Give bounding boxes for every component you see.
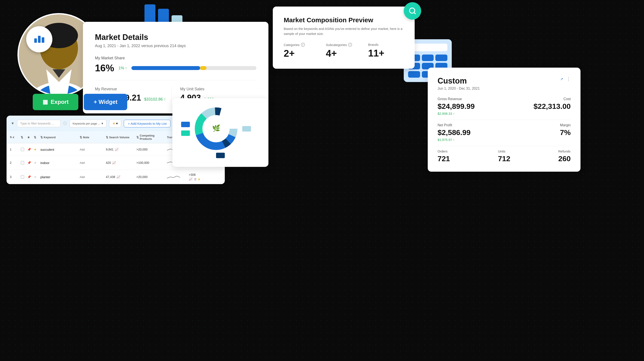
logo-bar-2 xyxy=(38,36,40,43)
sort-note-icon: ⇅ xyxy=(80,136,82,139)
row3-chart-icon: 📈 xyxy=(116,175,120,179)
custom-title: Custom xyxy=(438,76,467,85)
row1-volume: 9,841 📈 xyxy=(106,148,136,151)
table-row: 3 📌 ★ planter Add 47,438 📈 >20,000 >306 … xyxy=(6,170,225,184)
refunds-metric: Refunds 260 xyxy=(558,149,571,163)
subcategories-label: Subcategories i xyxy=(326,43,362,47)
gross-change-arrow: ↑ xyxy=(453,112,455,115)
logo-bar-3 xyxy=(42,37,44,43)
revenue-arrow: ↑ xyxy=(164,97,166,101)
per-page-label: Keywords per page ... xyxy=(73,122,100,125)
keywords-filter-input[interactable]: Type to filter keywords ... xyxy=(17,120,61,127)
row3-checkbox[interactable] xyxy=(21,175,27,179)
market-share-row: 16% 1% ↑ xyxy=(95,63,256,73)
units-label: Units xyxy=(498,149,510,153)
row2-note[interactable]: Add xyxy=(80,161,106,164)
net-profit-values-row: $2,586.99 7% xyxy=(438,128,571,137)
more-options-icon[interactable]: ⋮ xyxy=(566,76,571,82)
progress-fill-yellow xyxy=(200,66,206,70)
progress-fill-blue xyxy=(132,66,200,70)
filter-funnel-icon: ▼ xyxy=(11,121,14,125)
sort-competing-icon: ⇅ xyxy=(136,136,139,139)
filter-input-text: Type to filter keywords ... xyxy=(20,122,54,125)
dropdown-chevron-icon: ▾ xyxy=(102,121,103,125)
gross-revenue-row: Gross Revenue Cost xyxy=(438,97,571,101)
gross-revenue-values-row: $24,899.99 $22,313.00 xyxy=(438,102,571,111)
legend-light-blue xyxy=(242,126,251,131)
row3-num: 3 xyxy=(10,175,21,179)
search-icon xyxy=(408,7,416,15)
subcategories-value: 4+ xyxy=(326,48,362,59)
custom-card: Custom ↗ ⋮ Jun 1, 2020 - Dec 31, 2021 Gr… xyxy=(428,68,580,172)
row1-note[interactable]: Add xyxy=(80,148,106,151)
row2-pin[interactable]: 📌 xyxy=(27,161,34,164)
row1-volume-value: 9,841 xyxy=(106,148,114,151)
custom-actions: ↗ ⋮ xyxy=(560,76,571,82)
col-star[interactable]: ★ xyxy=(27,134,34,140)
row2-star[interactable]: ★ xyxy=(34,161,40,164)
widget-button[interactable]: + Widget xyxy=(84,94,127,110)
row1-pin[interactable]: 📌 xyxy=(27,148,34,151)
col-num-label: # xyxy=(13,136,14,139)
net-profit-value: $2,586.99 xyxy=(438,128,470,137)
row3-rank: >306 📈 🗑 a xyxy=(189,173,219,181)
row3-star[interactable]: ★ xyxy=(34,175,40,179)
logo-bar-1 xyxy=(34,38,37,43)
row2-checkbox[interactable] xyxy=(21,161,27,164)
row3-trend xyxy=(167,174,189,180)
sort-keyword-icon: ⇅ xyxy=(40,136,43,139)
row2-competing: >100,000 xyxy=(136,161,167,164)
market-details-title: Market Details xyxy=(95,33,256,42)
note-col-label: Note xyxy=(83,136,89,139)
row1-num: 1 xyxy=(10,148,21,151)
orders-label: Orders xyxy=(438,149,450,153)
row3-amazon-icon[interactable]: a xyxy=(198,177,200,181)
gross-revenue-label: Gross Revenue xyxy=(438,97,462,101)
col-keyword[interactable]: ⇅ Keyword xyxy=(40,134,80,140)
col-search-volume[interactable]: ⇅ Search Volume xyxy=(106,134,136,140)
add-keywords-button[interactable]: + Add Keywords to My List xyxy=(124,120,171,127)
cost-label: Cost xyxy=(564,97,571,101)
external-link-icon[interactable]: ↗ xyxy=(560,77,563,81)
left-legend xyxy=(181,122,190,136)
net-change-arrow: ↑ xyxy=(453,138,455,142)
row3-note[interactable]: Add xyxy=(80,175,106,179)
calc-btn-2[interactable] xyxy=(422,54,434,61)
row2-volume: 420 📈 xyxy=(106,161,136,164)
export-button[interactable]: ▦ Export xyxy=(33,94,78,110)
action-buttons-group: ▦ Export + Widget xyxy=(33,94,127,110)
widget-label: + Widget xyxy=(94,99,118,105)
row2-chart-icon: 📈 xyxy=(112,161,116,164)
search-fab-button[interactable] xyxy=(404,2,421,20)
star-filter-chevron: ▾ xyxy=(116,121,118,125)
row1-checkbox[interactable] xyxy=(21,148,27,151)
market-comp-desc: Based on the keywords and ASINs you've e… xyxy=(284,26,404,36)
divider-2 xyxy=(438,146,571,146)
col-pin[interactable]: ⇅ xyxy=(21,134,27,140)
market-details-subtitle: Aug 1, 2021 - Jan 1, 2022 versus previou… xyxy=(95,44,256,48)
categories-info-icon[interactable]: i xyxy=(301,43,305,47)
market-share-label: My Market Share xyxy=(95,56,256,60)
row1-star[interactable]: ★ xyxy=(34,148,40,151)
export-grid-icon: ▦ xyxy=(42,99,48,105)
col-competing[interactable]: ⇅ Competing Products xyxy=(136,134,167,140)
row3-pin[interactable]: 📌 xyxy=(27,175,34,179)
net-profit-row: Net Profit Margin xyxy=(438,123,571,127)
row3-chart-action-icon[interactable]: 📈 xyxy=(189,177,192,181)
row3-delete-icon[interactable]: 🗑 xyxy=(194,177,197,181)
gross-revenue-value: $24,899.99 xyxy=(438,102,475,111)
donut-chart-area: 🌿 xyxy=(181,107,260,150)
per-page-dropdown[interactable]: Keywords per page ... ▾ xyxy=(70,119,106,127)
calc-btn-3[interactable] xyxy=(435,54,447,61)
col-pin2[interactable]: ⇅ xyxy=(34,134,40,140)
col-note[interactable]: ⇅ Note xyxy=(80,134,106,140)
row3-trend-chart xyxy=(167,174,180,179)
subcategories-stat: Subcategories i 4+ xyxy=(326,43,362,59)
units-value: 712 xyxy=(498,154,510,163)
subcategories-info-icon[interactable]: i xyxy=(348,43,352,47)
divider-1 xyxy=(438,120,571,120)
calc-btn-7[interactable] xyxy=(408,71,420,78)
row3-rank-value: >306 xyxy=(189,173,219,176)
star-filter-dropdown[interactable]: ★ ▾ xyxy=(109,119,121,127)
net-profit-change: $1,975.97 ↑ xyxy=(438,138,571,142)
